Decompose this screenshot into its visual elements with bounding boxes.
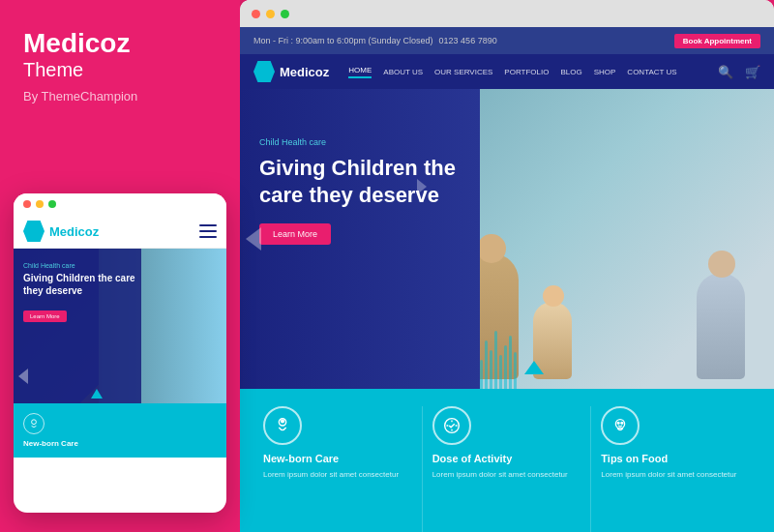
desktop-learn-more-button[interactable]: Learn More (259, 223, 331, 245)
desktop-chrome-bar (240, 0, 774, 27)
mobile-logo-text: Medicoz (49, 224, 199, 239)
service-text-food: Lorem ipsum dolor sit amet consectetur (601, 469, 736, 480)
mobile-hero: Child Health care Giving Children the ca… (14, 249, 226, 403)
desktop-services: New-born Care Lorem ipsum dolor sit amet… (240, 389, 774, 532)
mobile-hero-title: Giving Children the care they deserve (23, 272, 140, 297)
mobile-dot-red (23, 200, 31, 208)
mobile-hero-label: Child Health care (23, 262, 140, 269)
search-icon[interactable]: 🔍 (718, 65, 733, 79)
hero-bars (480, 331, 517, 389)
nav-link-shop[interactable]: SHOP (594, 68, 616, 76)
book-appointment-button[interactable]: Book Appointment (674, 34, 760, 48)
brand-by: By ThemeChampion (23, 89, 217, 103)
desktop-hero-content: Child Health care Giving Children the ca… (259, 137, 499, 245)
info-phone: 0123 456 7890 (439, 36, 497, 45)
desktop-hero-title: Giving Children the care they deserve (259, 155, 499, 208)
mobile-mockup: Medicoz Child Health care Giving Childre… (14, 193, 226, 513)
info-hours: Mon - Fri : 9:00am to 6:00pm (Sunday Clo… (253, 36, 433, 45)
mobile-teal-section: New-born Care (14, 403, 226, 458)
nav-link-contact[interactable]: CONTACT US (627, 68, 676, 76)
mobile-dot-yellow (36, 200, 44, 208)
desktop-logo-text: Medicoz (280, 65, 329, 79)
nav-link-about[interactable]: ABOUT US (383, 68, 423, 76)
mobile-logo-icon (23, 221, 45, 242)
chrome-dot-yellow (266, 10, 275, 18)
svg-point-2 (282, 420, 284, 423)
hero-triangle-teal (524, 361, 544, 374)
nav-link-portfolio[interactable]: PORTFOLIO (504, 68, 549, 76)
brand-subtitle: Theme (23, 59, 217, 81)
desktop-logo-icon (253, 61, 275, 82)
nav-link-services[interactable]: OUR SERVICES (434, 68, 492, 76)
service-text-activity: Lorem ipsum dolor sit amet consectetur (432, 469, 568, 480)
activity-icon (432, 406, 471, 445)
mobile-dot-green (48, 200, 56, 208)
mobile-triangle-teal (91, 389, 103, 399)
hero-triangle-left (246, 227, 261, 251)
mobile-nav: Medicoz (14, 215, 226, 249)
service-title-activity: Dose of Activity (432, 453, 513, 464)
svg-point-0 (32, 420, 37, 425)
mobile-chrome-bar (14, 193, 226, 215)
mobile-service-title: New-born Care (23, 439, 78, 448)
svg-point-6 (621, 422, 623, 424)
brand-title: Medicoz (23, 29, 217, 59)
mobile-service-icon (23, 413, 45, 434)
newborn-icon (263, 406, 302, 445)
service-title-newborn: New-born Care (263, 453, 339, 464)
desktop-logo: Medicoz (253, 61, 329, 82)
chrome-dot-green (281, 10, 289, 18)
cart-icon[interactable]: 🛒 (745, 65, 760, 79)
service-text-newborn: Lorem ipsum dolor sit amet consectetur (263, 469, 399, 480)
service-card-food: Tips on Food Lorem ipsum dolor sit amet … (591, 406, 760, 532)
desktop-mockup: Mon - Fri : 9:00am to 6:00pm (Sunday Clo… (240, 0, 774, 532)
mobile-learn-more-button[interactable]: Learn More (23, 310, 67, 322)
desktop-hero-label: Child Health care (259, 137, 499, 147)
chrome-dot-red (252, 10, 260, 18)
desktop-info-bar: Mon - Fri : 9:00am to 6:00pm (Sunday Clo… (240, 27, 774, 54)
mobile-hero-content: Child Health care Giving Children the ca… (23, 262, 140, 322)
mobile-triangle-left (18, 369, 28, 384)
service-title-food: Tips on Food (601, 453, 668, 464)
food-icon (601, 406, 640, 445)
service-card-activity: Dose of Activity Lorem ipsum dolor sit a… (423, 406, 592, 532)
service-card-newborn: New-born Care Lorem ipsum dolor sit amet… (253, 406, 423, 532)
desktop-nav: Medicoz HOME ABOUT US OUR SERVICES PORTF… (240, 54, 774, 89)
info-bar-left: Mon - Fri : 9:00am to 6:00pm (Sunday Clo… (253, 36, 497, 45)
nav-link-home[interactable]: HOME (348, 66, 372, 78)
desktop-hero: Child Health care Giving Children the ca… (240, 89, 774, 389)
nav-link-blog[interactable]: BLOG (560, 68, 581, 76)
hero-triangle-right (417, 179, 427, 194)
mobile-menu-icon[interactable] (199, 224, 217, 238)
svg-point-5 (618, 422, 620, 424)
